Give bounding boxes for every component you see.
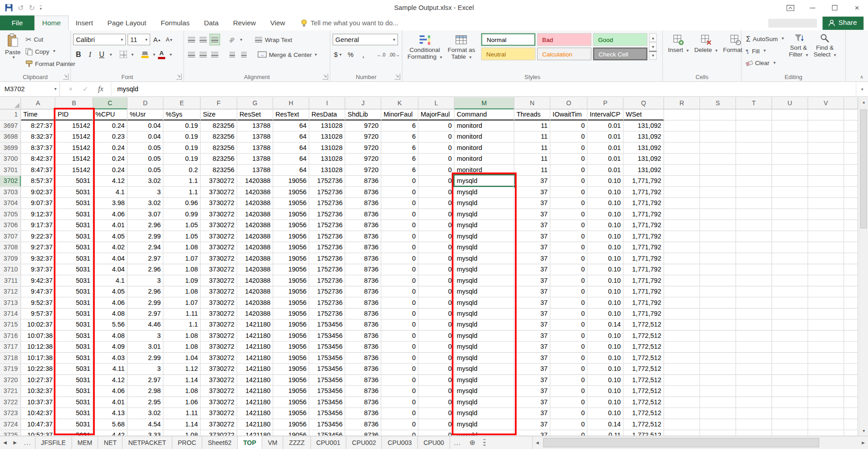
top-align-icon[interactable] (186, 34, 197, 46)
cell-Q3709[interactable]: 1,771,792 (623, 253, 664, 264)
cell-N1[interactable]: Threads (514, 109, 551, 120)
cell-C3710[interactable]: 4.04 (93, 264, 127, 275)
column-header-C[interactable]: C (93, 97, 127, 109)
cell-V3715[interactable] (808, 320, 844, 331)
cell-A3716[interactable]: 10:07:38 (21, 331, 56, 341)
cell-D3725[interactable]: 3.33 (127, 430, 164, 435)
cell-E3718[interactable]: 1.04 (164, 353, 201, 364)
cell-L3703[interactable]: 0 (419, 187, 455, 198)
row-header-3717[interactable]: 3717 (0, 342, 21, 353)
cell-V3709[interactable] (808, 253, 844, 264)
cell-K3698[interactable]: 6 (382, 131, 419, 142)
cell-E3708[interactable]: 1.08 (164, 242, 201, 253)
sheet-tab-cpu003[interactable]: CPU003 (382, 436, 418, 449)
share-button[interactable]: Share (822, 16, 863, 29)
cell-C3704[interactable]: 3.98 (93, 198, 127, 209)
cell-R3724[interactable] (664, 419, 700, 430)
select-all-corner[interactable] (0, 97, 21, 109)
cell-style-normal[interactable]: Normal (481, 33, 535, 46)
cell-H3722[interactable]: 19056 (273, 397, 309, 408)
cell-Q3710[interactable]: 1,771,792 (623, 264, 664, 275)
sheet-tab-vm[interactable]: VM (262, 436, 283, 449)
column-header-T[interactable]: T (736, 97, 772, 109)
cell-R3702[interactable] (664, 176, 700, 187)
cell-Q3697[interactable]: 131,092 (623, 121, 664, 131)
cell-K3719[interactable]: 0 (382, 364, 419, 374)
cell-R3701[interactable] (664, 165, 700, 176)
vertical-scroll-thumb[interactable] (860, 109, 867, 228)
cell-U3725[interactable] (772, 430, 808, 435)
cell-O3716[interactable]: 0 (550, 331, 587, 341)
cell-J3714[interactable]: 8736 (345, 309, 382, 319)
cell-K3712[interactable]: 0 (382, 286, 419, 297)
cell-I3721[interactable]: 1753456 (309, 386, 345, 397)
sheet-nav-right-icon[interactable]: ▶ (10, 436, 20, 449)
cell-G3710[interactable]: 1420388 (237, 264, 274, 275)
formula-input[interactable]: mysqld (112, 82, 856, 96)
cell-M3698[interactable]: monitord (454, 131, 514, 142)
cell-A3705[interactable]: 9:12:37 (21, 209, 56, 220)
cell-D3707[interactable]: 2.99 (127, 231, 164, 242)
cell-K3703[interactable]: 0 (382, 187, 419, 198)
cell-J3720[interactable]: 8736 (345, 375, 382, 386)
cell-O3705[interactable]: 0 (550, 209, 587, 220)
cell-A3721[interactable]: 10:32:37 (21, 386, 56, 397)
cell-J1[interactable]: ShdLib (345, 109, 382, 120)
cell-D3720[interactable]: 2.97 (127, 375, 164, 386)
cell-P3704[interactable]: 0.10 (588, 198, 624, 209)
cell-L3706[interactable]: 0 (419, 220, 455, 231)
cell-U3703[interactable] (772, 187, 808, 198)
cell-L3722[interactable]: 0 (419, 397, 455, 408)
row-header-3700[interactable]: 3700 (0, 154, 21, 164)
cell-U3721[interactable] (772, 386, 808, 397)
cell-E3710[interactable]: 1.08 (164, 264, 201, 275)
cell-U3720[interactable] (772, 375, 808, 386)
row-header-3705[interactable]: 3705 (0, 209, 21, 220)
cell-T3715[interactable] (736, 320, 772, 331)
cell-S3714[interactable] (700, 309, 736, 319)
cell-L3719[interactable]: 0 (419, 364, 455, 374)
cell-K3718[interactable]: 0 (382, 353, 419, 364)
cell-D3723[interactable]: 3.02 (127, 408, 164, 419)
cell-A3702[interactable]: 8:57:37 (21, 176, 56, 187)
column-header-A[interactable]: A (21, 97, 56, 109)
expand-formula-bar-icon[interactable]: ▾ (856, 82, 868, 96)
cell-L3708[interactable]: 0 (419, 242, 455, 253)
cell-Q3699[interactable]: 131,092 (623, 143, 664, 154)
cell-J3711[interactable]: 8736 (345, 276, 382, 286)
cell-J3718[interactable]: 8736 (345, 353, 382, 364)
cell-P3700[interactable]: 0.01 (588, 154, 624, 164)
cell-U3706[interactable] (772, 220, 808, 231)
cell-G3722[interactable]: 1421180 (237, 397, 274, 408)
cell-J3712[interactable]: 8736 (345, 286, 382, 297)
cell-D3701[interactable]: 0.05 (127, 165, 164, 176)
cell-G3719[interactable]: 1421180 (237, 364, 274, 374)
cell-Q3714[interactable]: 1,771,792 (623, 309, 664, 319)
cell-P3711[interactable]: 0.10 (588, 276, 624, 286)
cell-L3704[interactable]: 0 (419, 198, 455, 209)
cell-V3717[interactable] (808, 342, 844, 353)
column-header-V[interactable]: V (808, 97, 844, 109)
cell-U3702[interactable] (772, 176, 808, 187)
cell-S3702[interactable] (700, 176, 736, 187)
cell-A3719[interactable]: 10:22:38 (21, 364, 56, 374)
row-header-3713[interactable]: 3713 (0, 298, 21, 309)
maximize-button[interactable] (824, 0, 846, 15)
cell-T3723[interactable] (736, 408, 772, 419)
cell-I3713[interactable]: 1752736 (309, 298, 345, 309)
cell-J3707[interactable]: 8736 (345, 231, 382, 242)
cell-O3699[interactable]: 0 (550, 143, 587, 154)
cell-O3725[interactable]: 0 (550, 430, 587, 435)
cell-F3717[interactable]: 3730272 (201, 342, 237, 353)
cell-K3705[interactable]: 0 (382, 209, 419, 220)
cell-N3701[interactable]: 11 (514, 165, 551, 176)
font-name-select[interactable]: Calibri▾ (73, 34, 126, 46)
cell-N3725[interactable]: 37 (514, 430, 551, 435)
cell-N3704[interactable]: 37 (514, 198, 551, 209)
cell-P3705[interactable]: 0.10 (588, 209, 624, 220)
clipboard-dialog-launcher[interactable]: ↘ (63, 74, 69, 80)
cell-J3721[interactable]: 8736 (345, 386, 382, 397)
cell-U3705[interactable] (772, 209, 808, 220)
cell-A3708[interactable]: 9:27:37 (21, 242, 56, 253)
cell-S3699[interactable] (700, 143, 736, 154)
